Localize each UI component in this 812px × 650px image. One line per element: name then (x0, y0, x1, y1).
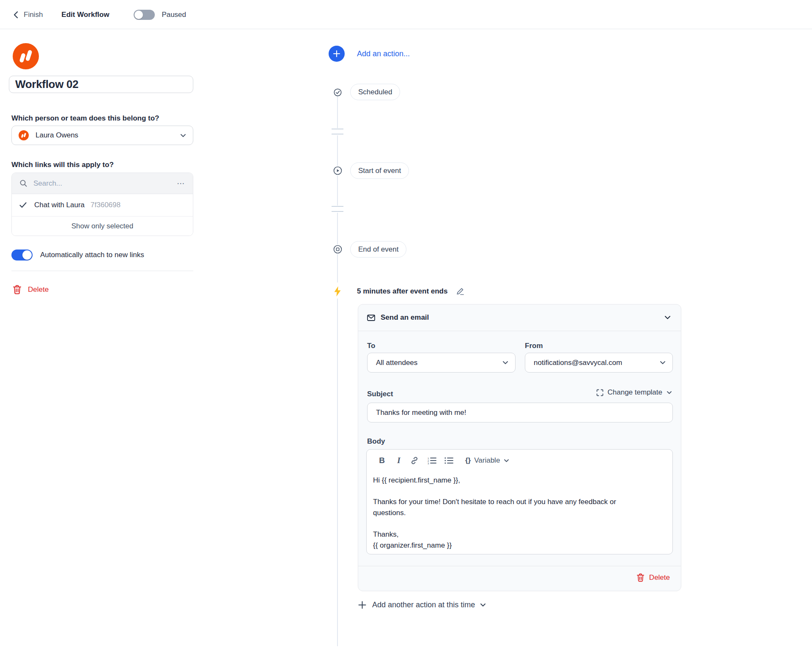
workflow-name-input[interactable]: Workflow 02 (9, 76, 193, 93)
links-search-input[interactable] (33, 179, 177, 188)
to-value: All attendees (376, 359, 502, 367)
page-title: Edit Workflow (61, 11, 109, 19)
to-select[interactable]: All attendees (367, 353, 516, 373)
timeline-tick (332, 129, 343, 129)
edit-pencil-icon[interactable] (456, 287, 465, 296)
body-line: Thanks, (373, 529, 662, 540)
savvycal-logo-icon (13, 43, 39, 69)
add-another-action-button[interactable]: Add another action at this time (358, 601, 486, 609)
ordered-list-icon[interactable]: 123 (427, 457, 436, 464)
subject-value: Thanks for meeting with me! (376, 409, 466, 417)
link-item-chat-with-laura[interactable]: Chat with Laura 7f360698 (12, 194, 193, 217)
owner-avatar (19, 130, 29, 140)
body-line: Hi {{ recipient.first_name }}, (373, 475, 662, 486)
editor-toolbar: B I 123 {} Variable (367, 450, 672, 469)
workflow-name-value: Workflow 02 (15, 78, 78, 91)
variable-dropdown[interactable]: Variable (474, 456, 500, 465)
timeline-line (337, 254, 338, 282)
change-template-button[interactable]: Change template (596, 388, 672, 397)
subject-input[interactable]: Thanks for meeting with me! (367, 403, 673, 422)
stop-circle-icon (333, 245, 342, 254)
chevron-down-icon (180, 134, 186, 137)
link-name: Chat with Laura (34, 201, 85, 209)
paused-label: Paused (162, 11, 186, 19)
email-body-text[interactable]: Hi {{ recipient.first_name }}, Thanks fo… (367, 469, 672, 551)
trash-icon (637, 573, 644, 582)
svg-text:3: 3 (428, 462, 429, 465)
bullet-list-icon[interactable] (444, 457, 453, 464)
delete-action-button[interactable]: Delete (637, 573, 670, 582)
plus-icon (358, 601, 366, 609)
chevron-down-icon[interactable] (504, 459, 509, 463)
play-circle-icon (333, 166, 342, 175)
top-bar: Finish Edit Workflow Paused (0, 0, 812, 29)
more-options-icon[interactable]: ⋯ (177, 181, 185, 186)
auto-attach-row: Automatically attach to new links (11, 250, 144, 261)
timeline-node-end-of-event[interactable]: End of event (350, 241, 406, 258)
timeline-node-start-of-event[interactable]: Start of event (350, 162, 409, 179)
auto-attach-toggle[interactable] (11, 250, 33, 261)
chevron-down-icon (480, 603, 486, 607)
paused-toggle[interactable] (134, 10, 155, 20)
timeline-line (337, 135, 338, 166)
chevron-down-icon (667, 391, 672, 395)
chevron-down-icon (660, 361, 666, 365)
link-icon[interactable] (410, 456, 419, 465)
body-editor[interactable]: B I 123 {} Variable Hi {{ recipient.fir (366, 449, 673, 554)
add-action-label: Add an action... (357, 49, 410, 58)
chevron-left-icon (13, 11, 19, 19)
links-question-label: Which links will this apply to? (11, 161, 114, 169)
timeline-line (337, 299, 338, 646)
chevron-down-icon (664, 315, 671, 320)
add-another-action-label: Add another action at this time (372, 601, 475, 609)
back-button[interactable]: Finish (13, 11, 43, 19)
links-picker: ⋯ Chat with Laura 7f360698 Show only sel… (11, 173, 193, 236)
owner-name: Laura Owens (36, 131, 180, 140)
email-card-header[interactable]: Send an email (358, 304, 681, 331)
envelope-icon (367, 315, 375, 321)
body-label: Body (367, 437, 385, 446)
email-action-card: Send an email To From All attendees noti… (358, 304, 681, 591)
card-footer-divider (358, 566, 681, 566)
variable-braces-icon[interactable]: {} (465, 456, 471, 465)
timeline-line (337, 96, 338, 128)
delete-action-label: Delete (649, 573, 670, 582)
subject-label: Subject (367, 390, 393, 398)
sidebar-divider (11, 271, 193, 271)
trigger-label: 5 minutes after event ends (357, 287, 447, 296)
delete-workflow-label: Delete (28, 285, 49, 294)
to-label: To (367, 342, 376, 350)
trash-icon (13, 285, 21, 294)
toggle-knob (134, 11, 143, 19)
timeline-line (337, 213, 338, 244)
add-action-button[interactable]: Add an action... (329, 46, 410, 62)
plus-circle-icon (329, 46, 345, 62)
bold-button[interactable]: B (376, 456, 387, 465)
timeline-tick (332, 211, 343, 212)
owner-select[interactable]: Laura Owens (11, 126, 193, 145)
search-icon (19, 179, 27, 187)
email-card-title: Send an email (381, 313, 664, 322)
timeline-tick (332, 134, 343, 134)
owner-question-label: Which person or team does this belong to… (11, 114, 159, 123)
back-label: Finish (24, 11, 43, 19)
check-circle-icon (334, 88, 342, 96)
delete-workflow-button[interactable]: Delete (13, 285, 49, 294)
timeline-tick (332, 206, 343, 207)
check-icon (19, 202, 27, 208)
chevron-down-icon (502, 361, 508, 365)
timeline-node-scheduled[interactable]: Scheduled (350, 84, 400, 100)
from-value: notifications@savvycal.com (534, 359, 660, 367)
from-select[interactable]: notifications@savvycal.com (525, 353, 673, 373)
show-only-selected-button[interactable]: Show only selected (12, 217, 193, 236)
italic-button[interactable]: I (393, 456, 404, 465)
body-line: Thanks for your time! Don't hesitate to … (373, 496, 646, 518)
link-code: 7f360698 (91, 201, 121, 209)
change-template-label: Change template (608, 388, 662, 397)
auto-attach-label: Automatically attach to new links (40, 251, 144, 259)
timeline-line (337, 176, 338, 206)
workflow-editor-page: Finish Edit Workflow Paused Workflow 02 … (0, 0, 812, 650)
body-line: {{ organizer.first_name }} (373, 540, 662, 551)
lightning-bolt-icon (333, 286, 342, 297)
toggle-knob (22, 250, 32, 260)
